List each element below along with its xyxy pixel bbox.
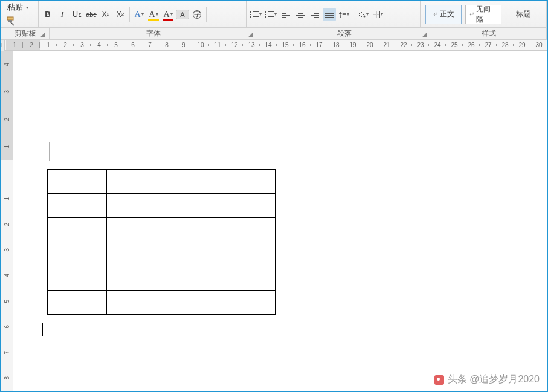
shading-button[interactable]: ▾	[356, 8, 370, 21]
bold-button[interactable]: B	[41, 8, 54, 21]
ruler-tick: 2	[1, 106, 13, 133]
dialog-launcher-icon[interactable]: ◢	[40, 31, 48, 38]
ruler-tick: 2	[1, 211, 13, 237]
ruler-tick: 3	[1, 237, 13, 263]
separator	[206, 7, 207, 22]
align-center-button[interactable]	[294, 8, 307, 21]
vertical-ruler[interactable]: 432112345678	[1, 51, 13, 391]
format-painter-button[interactable]	[6, 16, 18, 28]
align-right-button[interactable]	[308, 8, 321, 21]
table-row[interactable]	[48, 194, 276, 218]
style-label: 无间隔	[476, 4, 497, 25]
table-cell[interactable]	[221, 266, 276, 291]
ruler-tick: 5	[1, 288, 13, 313]
ruler-tick: 8	[1, 365, 13, 391]
svg-line-2	[10, 22, 14, 25]
font-group: B I U▾ abc X2 X2 A ▾ A ▾ A ▾ A 字	[39, 1, 247, 27]
table-cell[interactable]	[221, 218, 276, 242]
table-cell[interactable]	[107, 170, 221, 194]
ruler-tick: 1	[40, 42, 57, 48]
table-cell[interactable]	[107, 194, 221, 218]
superscript-button[interactable]: X2	[114, 8, 127, 21]
table-cell[interactable]	[48, 291, 107, 315]
font-color-button[interactable]: A ▾	[161, 8, 175, 21]
clipboard-group: 粘贴 ▾	[1, 1, 39, 27]
table-row[interactable]	[48, 218, 276, 242]
ruler-tick: 6	[124, 42, 141, 48]
ruler-tick: 8	[158, 42, 175, 48]
table-row[interactable]	[48, 170, 276, 194]
table-row[interactable]	[48, 242, 276, 266]
table-cell[interactable]	[48, 170, 107, 194]
table-row[interactable]	[48, 291, 276, 315]
numbered-list-button[interactable]: ▾	[264, 8, 278, 21]
strikethrough-button[interactable]: abc	[85, 8, 98, 21]
bullet-list-button[interactable]: ▾	[249, 8, 263, 21]
italic-button[interactable]: I	[56, 8, 69, 21]
ruler-tick: 11	[209, 42, 226, 48]
ruler-tick: 22	[395, 42, 412, 48]
align-center-icon	[296, 11, 305, 18]
align-justify-button[interactable]	[323, 8, 336, 21]
highlight-color-button[interactable]: A ▾	[147, 8, 160, 21]
ruler-tick: 28	[497, 42, 514, 48]
table-cell[interactable]	[221, 170, 276, 194]
ruler-tick: 23	[412, 42, 429, 48]
page-corner-marker	[30, 142, 50, 161]
table-cell[interactable]	[221, 194, 276, 218]
line-spacing-button[interactable]: ‡≡▾	[337, 8, 350, 21]
underline-button[interactable]: U▾	[70, 8, 83, 21]
ruler-tick: 20	[361, 42, 378, 48]
table-row[interactable]	[48, 266, 276, 291]
table-cell[interactable]	[48, 266, 107, 291]
separator	[353, 7, 353, 22]
ruler-tick: 3	[74, 42, 91, 48]
align-left-button[interactable]	[279, 8, 292, 21]
styles-group: ↵ 正文 ↵ 无间隔 标题	[421, 1, 547, 27]
table-cell[interactable]	[48, 218, 107, 242]
ruler-tick: 17	[311, 42, 327, 48]
style-no-spacing[interactable]: ↵ 无间隔	[465, 5, 501, 24]
ruler-tick: 30	[530, 42, 547, 48]
ruler-tick: 29	[514, 42, 530, 48]
paste-label: 粘贴	[7, 2, 23, 13]
document-area[interactable]	[13, 51, 547, 391]
chevron-down-icon: ▾	[366, 11, 369, 17]
chevron-down-icon: ▾	[381, 11, 383, 17]
ruler-tick: 9	[175, 42, 192, 48]
ribbon-group-labels: 剪贴板 ◢ 字体 ◢ 段落 ◢ 样式	[1, 28, 547, 40]
borders-button[interactable]: ▾	[371, 8, 384, 21]
ruler-tick: 27	[480, 42, 497, 48]
borders-icon	[373, 11, 380, 18]
chevron-down-icon: ▾	[170, 11, 173, 17]
bullet-list-icon	[250, 11, 259, 18]
chevron-down-icon: ▾	[156, 11, 158, 17]
paste-button[interactable]: 粘贴 ▾	[6, 1, 30, 14]
table-cell[interactable]	[221, 291, 276, 315]
char-shading-button[interactable]: A	[176, 10, 189, 19]
font-style-button[interactable]: A ▾	[132, 8, 146, 21]
paint-bucket-icon	[357, 10, 366, 19]
style-heading[interactable]: 标题	[505, 5, 541, 24]
ruler-tick: 1	[6, 40, 23, 50]
table-cell[interactable]	[107, 291, 221, 315]
horizontal-ruler[interactable]: L 12123456789101112131415161718192021222…	[1, 40, 547, 51]
table-cell[interactable]	[107, 242, 221, 266]
table-cell[interactable]	[221, 242, 276, 266]
chevron-down-icon: ▾	[141, 11, 144, 17]
dialog-launcher-icon[interactable]: ◢	[422, 31, 430, 38]
ruler-tick: 21	[378, 42, 395, 48]
document-table[interactable]	[47, 169, 276, 315]
table-cell[interactable]	[48, 194, 107, 218]
dialog-launcher-icon[interactable]: ◢	[248, 31, 256, 38]
ruler-tick: 19	[344, 42, 361, 48]
style-label: 标题	[516, 9, 530, 19]
table-cell[interactable]	[48, 242, 107, 266]
styles-group-label: 样式	[431, 28, 547, 39]
table-cell[interactable]	[107, 218, 221, 242]
table-cell[interactable]	[107, 266, 221, 291]
enclose-char-button[interactable]: 字	[190, 8, 204, 21]
style-normal[interactable]: ↵ 正文	[425, 5, 462, 24]
align-left-icon	[282, 11, 290, 18]
subscript-button[interactable]: X2	[99, 8, 112, 21]
